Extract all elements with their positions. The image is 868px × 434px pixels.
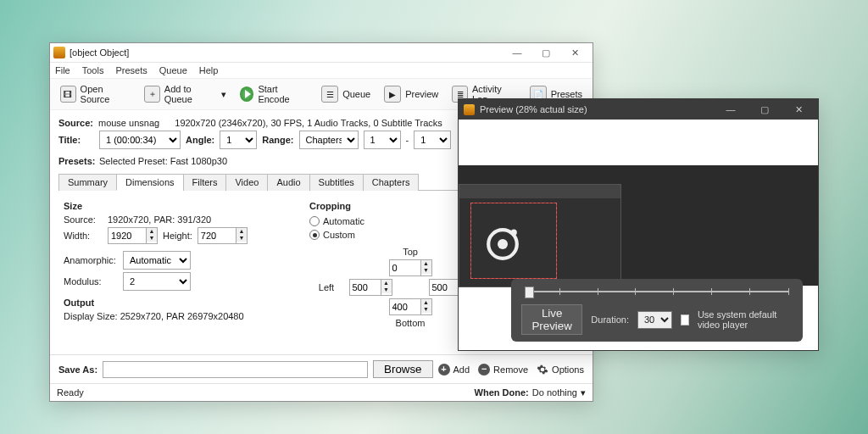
crop-left-input[interactable] <box>349 279 381 296</box>
preview-minimize-button[interactable]: — <box>716 100 745 119</box>
tab-subtitles[interactable]: Subtitles <box>309 174 364 191</box>
menubar: File Tools Presets Queue Help <box>50 63 593 78</box>
tab-filters[interactable]: Filters <box>183 174 227 191</box>
presets-value: Selected Preset: Fast 1080p30 <box>99 156 227 166</box>
queue-add-icon: ＋ <box>144 86 159 103</box>
height-input[interactable] <box>198 227 236 244</box>
queue-button[interactable]: ☰Queue <box>316 84 376 104</box>
use-default-player-label: Use system default video player <box>698 309 793 330</box>
output-title: Output <box>64 298 275 308</box>
cropping-custom-radio[interactable]: Custom <box>309 230 355 240</box>
anamorphic-label: Anamorphic: <box>64 255 118 265</box>
chevron-down-icon: ▾ <box>221 89 226 100</box>
live-preview-button[interactable]: Live Preview <box>521 304 582 335</box>
tab-dimensions[interactable]: Dimensions <box>116 174 183 191</box>
menu-tools[interactable]: Tools <box>82 65 104 75</box>
queue-label: Queue <box>342 89 370 99</box>
status-bar: Ready When Done: Do nothing ▾ <box>50 383 593 401</box>
crop-top-stepper[interactable]: ▲▼ <box>389 259 432 276</box>
when-done-value[interactable]: Do nothing <box>532 387 577 398</box>
preview-button[interactable]: ▶Preview <box>379 84 443 104</box>
cropping-automatic-radio[interactable]: Automatic <box>309 216 364 226</box>
open-source-button[interactable]: 🎞Open Source <box>55 82 136 106</box>
crop-bottom-stepper[interactable]: ▲▼ <box>389 298 432 315</box>
tab-chapters[interactable]: Chapters <box>363 174 420 191</box>
add-to-queue-label: Add to Queue <box>164 84 217 104</box>
menu-presets[interactable]: Presets <box>115 65 147 75</box>
crop-left-stepper[interactable]: ▲▼ <box>349 279 392 296</box>
add-to-queue-button[interactable]: ＋Add to Queue ▾ <box>139 82 231 106</box>
save-as-label: Save As: <box>58 364 97 375</box>
remove-button[interactable]: −Remove <box>478 364 528 376</box>
preview-body: Live Preview Duration: 30 Use system def… <box>459 120 818 350</box>
cropping-custom-label: Custom <box>323 230 355 240</box>
crop-left-label: Left <box>319 282 334 292</box>
preview-title: Preview (28% actual size) <box>480 104 711 114</box>
modulus-label: Modulus: <box>64 276 118 287</box>
open-source-label: Open Source <box>81 84 131 104</box>
minimize-button[interactable]: — <box>503 44 531 61</box>
add-label: Add <box>453 364 470 375</box>
preview-close-button[interactable]: ✕ <box>784 100 813 119</box>
crop-bottom-label: Bottom <box>396 318 426 328</box>
when-done-label: When Done: <box>475 387 529 398</box>
angle-label: Angle: <box>186 135 214 145</box>
crop-bottom-input[interactable] <box>389 298 421 315</box>
source-info: 1920x720 (2346x720), 30 FPS, 1 Audio Tra… <box>175 118 442 128</box>
width-input[interactable] <box>108 227 147 244</box>
angle-select[interactable]: 1 <box>220 131 257 149</box>
title-select[interactable]: 1 (00:00:34) <box>99 131 181 149</box>
preview-seek-slider[interactable] <box>521 286 793 298</box>
range-from-select[interactable]: 1 <box>364 131 401 149</box>
gear-icon <box>537 364 548 376</box>
cropping-automatic-label: Automatic <box>323 216 364 226</box>
range-label: Range: <box>262 135 293 145</box>
preview-titlebar[interactable]: Preview (28% actual size) — ▢ ✕ <box>459 99 818 120</box>
film-icon: 🎞 <box>60 86 76 103</box>
tab-video[interactable]: Video <box>225 174 268 191</box>
tab-summary[interactable]: Summary <box>58 174 117 191</box>
add-button[interactable]: +Add <box>438 364 470 376</box>
browse-button[interactable]: Browse <box>373 360 432 378</box>
preview-label: Preview <box>405 89 438 99</box>
preview-duration-select[interactable]: 30 <box>637 311 672 329</box>
menu-queue[interactable]: Queue <box>159 65 187 75</box>
width-label: Width: <box>64 231 103 241</box>
chevron-down-icon[interactable]: ▾ <box>581 387 586 398</box>
source-name: mouse unsnag <box>98 118 159 128</box>
save-as-input[interactable] <box>103 361 368 378</box>
preview-control-bar: Live Preview Duration: 30 Use system def… <box>511 279 803 342</box>
crop-right-input[interactable] <box>429 279 461 296</box>
slider-thumb[interactable] <box>525 287 534 298</box>
minus-icon: − <box>478 364 490 376</box>
anamorphic-select[interactable]: Automatic <box>123 251 191 270</box>
window-title: [object Object] <box>70 47 503 58</box>
handbrake-icon <box>464 104 475 115</box>
tab-audio[interactable]: Audio <box>267 174 309 191</box>
range-dash: - <box>406 135 409 145</box>
crop-top-input[interactable] <box>389 259 421 276</box>
use-default-player-checkbox[interactable] <box>681 314 689 326</box>
close-button[interactable]: ✕ <box>560 44 589 61</box>
preview-window: Preview (28% actual size) — ▢ ✕ Live Pre… <box>458 98 819 351</box>
remove-label: Remove <box>493 364 528 375</box>
width-stepper[interactable]: ▲▼ <box>108 227 158 244</box>
preview-maximize-button[interactable]: ▢ <box>750 100 779 119</box>
titlebar[interactable]: [object Object] — ▢ ✕ <box>50 43 593 63</box>
height-stepper[interactable]: ▲▼ <box>198 227 248 244</box>
svg-point-1 <box>498 239 508 249</box>
menu-file[interactable]: File <box>55 65 70 75</box>
options-button[interactable]: Options <box>537 364 584 376</box>
crop-top-label: Top <box>403 247 418 257</box>
range-to-select[interactable]: 1 <box>414 131 451 149</box>
maximize-button[interactable]: ▢ <box>531 44 560 61</box>
modulus-select[interactable]: 2 <box>123 272 191 291</box>
menu-help[interactable]: Help <box>199 65 219 75</box>
size-title: Size <box>64 201 275 211</box>
preview-icon: ▶ <box>384 86 401 103</box>
plus-icon: + <box>438 364 450 376</box>
range-mode-select[interactable]: Chapters <box>299 131 359 149</box>
presets-row-label: Presets: <box>58 156 94 166</box>
start-encode-button[interactable]: Start Encode <box>235 82 313 106</box>
status-text: Ready <box>57 387 84 398</box>
